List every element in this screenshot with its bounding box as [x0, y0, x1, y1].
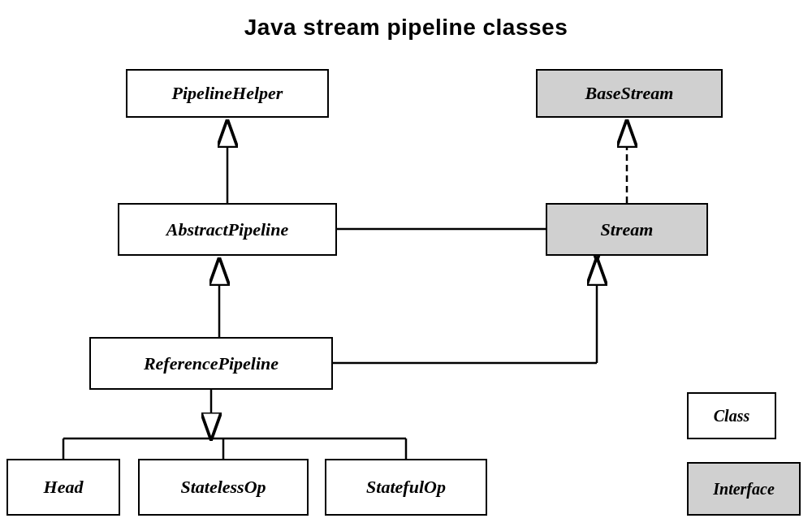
stream-box: Stream	[546, 203, 708, 256]
reference-pipeline-box: ReferencePipeline	[89, 337, 333, 390]
pipeline-helper-box: PipelineHelper	[126, 69, 329, 118]
base-stream-box: BaseStream	[536, 69, 723, 118]
stateful-op-box: StatefulOp	[325, 459, 487, 516]
diagram-container: Java stream pipeline classes	[0, 0, 812, 527]
abstract-pipeline-box: AbstractPipeline	[118, 203, 337, 256]
stateless-op-box: StatelessOp	[138, 459, 309, 516]
legend-class-box: Class	[687, 392, 776, 439]
page-title: Java stream pipeline classes	[0, 0, 812, 49]
legend-interface-box: Interface	[687, 462, 801, 516]
head-box: Head	[6, 459, 120, 516]
